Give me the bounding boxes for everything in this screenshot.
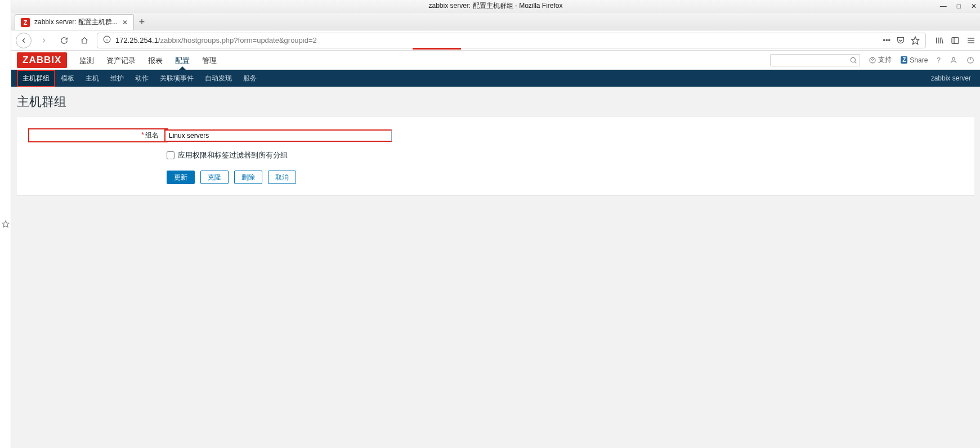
sidebar-icon[interactable] — [951, 36, 960, 45]
form-panel: *组名 应用权限和标签过滤器到所有分组 更新 克隆 删除 取消 — [17, 117, 974, 195]
share-box-icon: Z — [901, 56, 907, 64]
svg-line-15 — [855, 61, 857, 63]
library-icon[interactable] — [935, 36, 944, 45]
subnav-correlation[interactable]: 关联项事件 — [154, 70, 199, 87]
menu-icon[interactable] — [966, 36, 975, 45]
nav-reports[interactable]: 报表 — [147, 51, 164, 69]
side-sliver — [0, 0, 11, 448]
svg-point-18 — [952, 57, 955, 60]
logout-icon[interactable] — [966, 56, 974, 64]
subnav-hostgroups[interactable]: 主机群组 — [17, 70, 55, 87]
help-icon[interactable]: ? — [937, 56, 941, 64]
zabbix-subnav: 主机群组 模板 主机 维护 动作 关联项事件 自动发现 服务 zabbix se… — [11, 70, 980, 87]
share-link[interactable]: Z Share — [901, 56, 928, 64]
subnav-hosts[interactable]: 主机 — [80, 70, 105, 87]
pocket-icon[interactable] — [896, 36, 905, 45]
svg-marker-0 — [2, 221, 9, 227]
group-name-input[interactable] — [164, 129, 392, 142]
browser-navbar: 172.25.254.1/zabbix/hostgroups.php?form=… — [11, 30, 980, 51]
back-button[interactable] — [16, 33, 32, 48]
support-link[interactable]: 支持 — [869, 55, 892, 65]
subnav-discovery[interactable]: 自动发现 — [199, 70, 238, 87]
apply-permissions-checkbox[interactable] — [167, 151, 174, 159]
home-button[interactable] — [77, 33, 92, 48]
url-bar[interactable]: 172.25.254.1/zabbix/hostgroups.php?form=… — [97, 33, 926, 48]
bookmark-star-icon[interactable] — [911, 36, 920, 45]
window-maximize-button[interactable]: □ — [957, 3, 961, 10]
nav-inventory[interactable]: 资产记录 — [105, 51, 137, 69]
zabbix-search[interactable] — [770, 54, 860, 66]
browser-tab-title: zabbix server: 配置主机群... — [34, 17, 118, 27]
browser-tab[interactable]: Z zabbix server: 配置主机群... ✕ — [15, 14, 134, 30]
update-button[interactable]: 更新 — [167, 171, 195, 184]
subnav-maintenance[interactable]: 维护 — [105, 70, 129, 87]
os-window-title: zabbix server: 配置主机群组 - Mozilla Firefox — [428, 1, 562, 11]
annotation-box-label: *组名 — [28, 128, 168, 142]
url-text: 172.25.254.1/zabbix/hostgroups.php?form=… — [115, 36, 317, 44]
reload-button[interactable] — [56, 33, 72, 48]
svg-rect-9 — [952, 37, 959, 43]
cancel-button[interactable]: 取消 — [268, 171, 296, 184]
nav-monitoring[interactable]: 监测 — [78, 51, 95, 69]
form-buttons: 更新 克隆 删除 取消 — [167, 171, 963, 184]
os-titlebar: zabbix server: 配置主机群组 - Mozilla Firefox … — [11, 0, 980, 12]
annotation-underline — [413, 48, 461, 50]
nav-configuration[interactable]: 配置 — [174, 51, 191, 69]
star-icon — [2, 220, 10, 228]
svg-point-16 — [870, 57, 875, 63]
support-icon — [869, 57, 876, 64]
name-label: *组名 — [32, 131, 164, 140]
browser-tabs-bar: Z zabbix server: 配置主机群... ✕ + — [11, 12, 980, 30]
subnav-templates[interactable]: 模板 — [55, 70, 80, 87]
new-tab-button[interactable]: + — [134, 14, 150, 30]
page-actions-icon[interactable]: ••• — [883, 36, 890, 44]
search-icon[interactable] — [849, 56, 857, 64]
page-title: 主机群组 — [17, 93, 974, 110]
subnav-services[interactable]: 服务 — [238, 70, 262, 87]
user-icon[interactable] — [950, 56, 957, 64]
forward-button[interactable] — [36, 33, 52, 48]
search-input[interactable] — [770, 54, 860, 66]
svg-line-8 — [942, 37, 943, 43]
page-body: 主机群组 *组名 应用权限和标签过滤器到所有分组 更新 克隆 删除 取消 — [11, 87, 980, 448]
svg-point-14 — [851, 57, 856, 62]
window-minimize-button[interactable]: — — [940, 3, 947, 10]
zabbix-favicon-icon: Z — [21, 18, 30, 27]
form-row-name: *组名 — [28, 128, 963, 142]
server-name-label: zabbix server — [931, 74, 974, 82]
tab-close-icon[interactable]: ✕ — [122, 19, 128, 26]
form-row-apply: 应用权限和标签过滤器到所有分组 — [167, 150, 963, 160]
clone-button[interactable]: 克隆 — [200, 171, 229, 184]
delete-button[interactable]: 删除 — [234, 171, 262, 184]
site-info-icon[interactable] — [103, 35, 111, 45]
subnav-actions[interactable]: 动作 — [129, 70, 154, 87]
nav-administration[interactable]: 管理 — [201, 51, 218, 69]
zabbix-header: ZABBIX 监测 资产记录 报表 配置 管理 支持 — [11, 51, 980, 70]
zabbix-logo[interactable]: ZABBIX — [17, 52, 67, 68]
apply-permissions-label: 应用权限和标签过滤器到所有分组 — [178, 150, 288, 160]
window-close-button[interactable]: ✕ — [971, 3, 977, 10]
svg-marker-4 — [911, 37, 919, 44]
zabbix-mainnav: 监测 资产记录 报表 配置 管理 — [78, 51, 218, 69]
